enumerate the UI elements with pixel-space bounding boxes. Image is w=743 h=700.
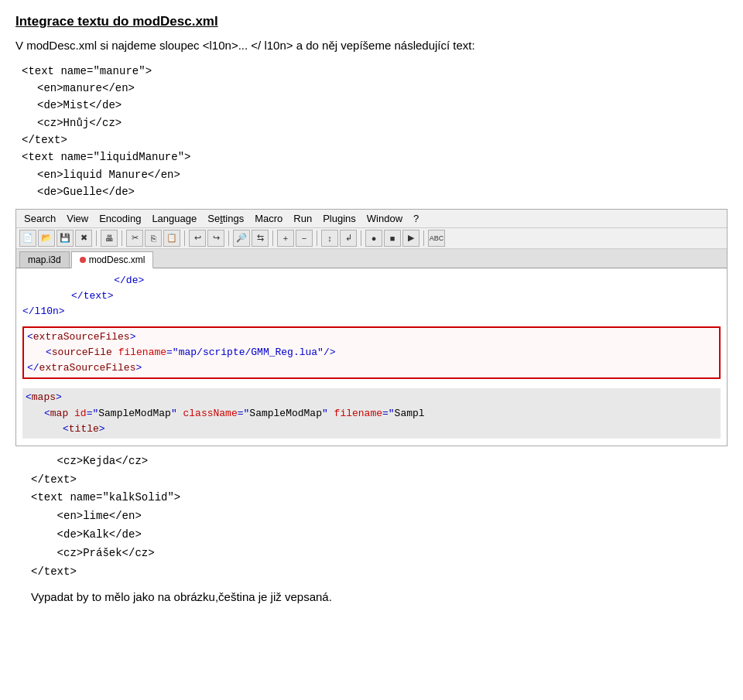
editor-sourcefile: <sourceFile filename="map/scripte/GMM_Re… <box>27 345 716 360</box>
tab-moddesc-xml-label: modDesc.xml <box>89 254 146 265</box>
toolbar-sep-7 <box>361 230 361 246</box>
toolbar-copy[interactable]: ⎘ <box>145 230 162 247</box>
menu-plugins[interactable]: Plugins <box>318 211 361 226</box>
toolbar-sync-scroll[interactable]: ↕ <box>321 230 338 247</box>
bottom-code-6: <cz>Prášek</cz> <box>31 545 728 563</box>
page-title: Integrace textu do modDesc.xml <box>15 14 728 29</box>
toolbar-sep-6 <box>317 230 317 246</box>
editor-spacer-1 <box>22 319 721 324</box>
tab-map-i3d-label: map.i3d <box>28 254 61 265</box>
bottom-code-2: </text> <box>31 471 728 490</box>
menu-window[interactable]: Window <box>362 211 407 226</box>
editor-map-tag: <map id="SampleModMap" className="Sample… <box>26 406 717 422</box>
editor-line-closing-text: </text> <box>22 289 721 304</box>
toolbar-stop-macro[interactable]: ■ <box>384 230 401 247</box>
code-line-5: </text> <box>22 131 728 149</box>
toolbar-sep-4 <box>228 230 229 246</box>
code-line-8: <de>Guelle</de> <box>22 183 728 200</box>
bottom-code-1: <cz>Kejda</cz> <box>31 452 728 471</box>
maps-block: <maps> <map id="SampleModMap" className=… <box>22 388 721 438</box>
menu-encoding[interactable]: Encoding <box>94 211 146 226</box>
toolbar-save[interactable]: 💾 <box>56 230 74 247</box>
toolbar-sep-1 <box>96 230 97 246</box>
menu-help[interactable]: ? <box>409 211 423 226</box>
tab-moddesc-xml[interactable]: modDesc.xml <box>71 251 154 268</box>
editor-spacer-2 <box>22 381 721 386</box>
menu-bar: Search View Encoding Language Settings M… <box>16 210 727 228</box>
document-content: Integrace textu do modDesc.xml V modDesc… <box>0 0 743 603</box>
tabs-bar: map.i3d modDesc.xml <box>16 249 727 268</box>
bottom-code-7: </text> <box>31 563 728 582</box>
bottom-paragraph: Vypadat by to mělo jako na obrázku,češti… <box>31 590 712 603</box>
toolbar-spellcheck[interactable]: ABC <box>428 230 445 247</box>
editor-line-closing-de: </de> <box>22 273 721 289</box>
bottom-code-4: <en>lime</en> <box>31 507 728 526</box>
code-line-6: <text name="liquidManure"> <box>22 149 728 166</box>
toolbar-open[interactable]: 📂 <box>38 230 55 247</box>
toolbar-undo[interactable]: ↩ <box>189 230 206 247</box>
menu-language[interactable]: Language <box>147 211 201 226</box>
toolbar-play-macro[interactable]: ▶ <box>402 230 419 247</box>
toolbar-print[interactable]: 🖶 <box>101 230 118 247</box>
toolbar-cut[interactable]: ✂ <box>126 230 143 247</box>
bottom-code-block: <cz>Kejda</cz> </text> <text name="kalkS… <box>31 452 728 582</box>
menu-search[interactable]: Search <box>19 211 60 226</box>
toolbar-zoom-out[interactable]: − <box>296 230 313 247</box>
toolbar-record-macro[interactable]: ● <box>365 230 382 247</box>
intro-paragraph: V modDesc.xml si najdeme sloupec <l10n>.… <box>15 37 728 55</box>
code-line-3: <de>Mist</de> <box>22 97 728 114</box>
editor-line-closing-l10n: </l10n> <box>22 304 721 319</box>
toolbar: 📄 📂 💾 ✖ 🖶 ✂ ⎘ 📋 ↩ ↪ 🔎 ⇆ + − ↕ ↲ ● ■ ▶ <box>16 228 727 249</box>
extra-source-files-block: <extraSourceFiles> <sourceFile filename=… <box>22 326 721 379</box>
toolbar-replace[interactable]: ⇆ <box>252 230 269 247</box>
tab-map-i3d[interactable]: map.i3d <box>19 251 70 268</box>
toolbar-new[interactable]: 📄 <box>19 230 36 247</box>
toolbar-close[interactable]: ✖ <box>75 230 92 247</box>
top-code-block: <text name="manure"> <en>manure</en> <de… <box>22 63 728 201</box>
code-line-4: <cz>Hnůj</cz> <box>22 114 728 131</box>
menu-run[interactable]: Run <box>289 211 317 226</box>
code-line-7: <en>liquid Manure</en> <box>22 166 728 183</box>
toolbar-sep-8 <box>423 230 424 246</box>
code-line-2: <en>manure</en> <box>22 80 728 97</box>
menu-macro[interactable]: Macro <box>250 211 287 226</box>
editor-extrasourcefiles-close: </extraSourceFiles> <box>27 360 716 376</box>
menu-view[interactable]: View <box>62 211 93 226</box>
tab-modified-indicator <box>80 257 86 263</box>
toolbar-zoom-in[interactable]: + <box>277 230 294 247</box>
toolbar-find[interactable]: 🔎 <box>233 230 250 247</box>
editor-title-open: <title> <box>26 422 717 437</box>
toolbar-sep-3 <box>184 230 185 246</box>
code-line-1: <text name="manure"> <box>22 63 728 80</box>
bottom-code-5: <de>Kalk</de> <box>31 526 728 545</box>
editor-area[interactable]: </de> </text> </l10n> <extraSourceFiles>… <box>16 268 727 446</box>
toolbar-sep-2 <box>122 230 122 246</box>
editor-maps-open: <maps> <box>26 390 717 405</box>
notepadpp-window: Search View Encoding Language Settings M… <box>15 209 728 446</box>
toolbar-paste[interactable]: 📋 <box>163 230 180 247</box>
menu-settings[interactable]: Settings <box>203 211 248 226</box>
toolbar-wrap[interactable]: ↲ <box>340 230 357 247</box>
toolbar-sep-5 <box>272 230 273 246</box>
toolbar-redo[interactable]: ↪ <box>207 230 224 247</box>
editor-extrasourcefiles-open: <extraSourceFiles> <box>27 330 716 345</box>
bottom-code-3: <text name="kalkSolid"> <box>31 489 728 507</box>
